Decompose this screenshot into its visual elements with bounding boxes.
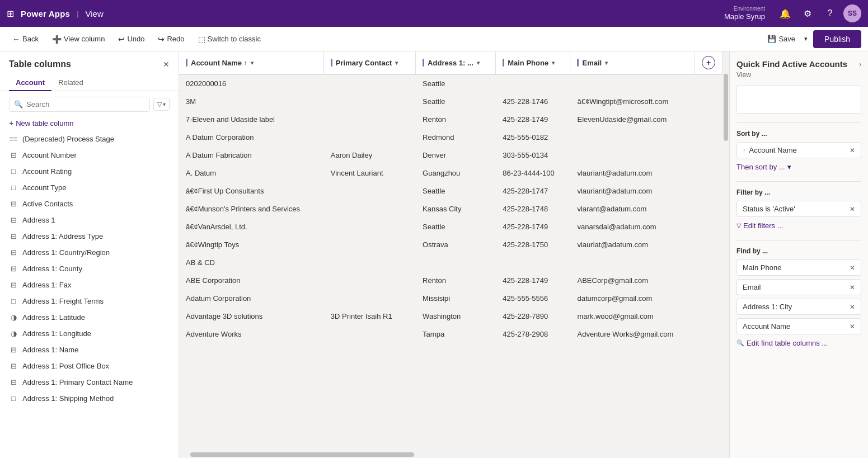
table-row[interactable]: Adventure WorksTampa425-278-2908Adventur… (179, 325, 722, 343)
add-column-button[interactable]: + (702, 56, 715, 69)
table-row[interactable]: â€¢Wingtip ToysOstrava425-228-1750vlauri… (179, 236, 722, 254)
table-row[interactable]: Advantage 3D solutions3D Printer Isaih R… (179, 308, 722, 325)
back-button[interactable]: ← Back (7, 31, 44, 47)
undo-icon: ↩ (118, 35, 125, 44)
new-table-column-button[interactable]: + New table column (0, 115, 179, 131)
table-row[interactable]: Adatum CorporationMissisipi425-555-5556d… (179, 290, 722, 308)
column-list-item[interactable]: □ Address 1: Shipping Method (0, 390, 179, 407)
find-chip-close-button[interactable]: ✕ (850, 284, 855, 291)
column-list-item[interactable]: ◑ Address 1: Latitude (0, 309, 179, 325)
column-item-label: Address 1: Country/Region (22, 248, 110, 257)
switch-to-classic-label: Switch to classic (208, 35, 261, 43)
switch-to-classic-button[interactable]: ⬚ Switch to classic (193, 31, 266, 47)
table-row[interactable]: A Datum CorporationRedmond425-555-0182 (179, 129, 722, 147)
table-row[interactable]: A Datum FabricationAaron DaileyDenver303… (179, 147, 722, 164)
table-row[interactable]: 0202000016Seattle (179, 74, 722, 93)
help-icon[interactable]: ? (821, 4, 839, 22)
table-scroll[interactable]: Account Name ↑ ▾ Primary Contact ▾ Addre… (179, 51, 722, 451)
settings-icon[interactable]: ⚙ (799, 4, 817, 22)
tab-related[interactable]: Related (51, 74, 90, 91)
table-cell: Seattle (416, 182, 496, 200)
undo-button[interactable]: ↩ Undo (112, 31, 150, 47)
find-chip[interactable]: Main Phone ✕ (736, 259, 861, 276)
find-chip-close-button[interactable]: ✕ (850, 323, 855, 330)
column-type-icon: ≡≡ (9, 135, 18, 143)
search-input[interactable] (26, 100, 145, 108)
publish-button[interactable]: Publish (813, 30, 861, 48)
table-row[interactable]: â€¢VanArsdel, Ltd.Seattle425-228-1749van… (179, 218, 722, 236)
preview-box (736, 86, 861, 114)
find-chip[interactable]: Account Name ✕ (736, 318, 861, 334)
column-list-item[interactable]: ⊟ Address 1: Country/Region (0, 244, 179, 261)
filter-chip-close-button[interactable]: ✕ (850, 205, 855, 213)
table-cell (323, 182, 415, 200)
table-row[interactable]: AB & CD (179, 254, 722, 272)
column-list-item[interactable]: ⊟ Address 1: County (0, 261, 179, 277)
column-list-item[interactable]: □ Account Type (0, 180, 179, 196)
table-row[interactable]: 7-Eleven and Udaside labelRenton425-228-… (179, 111, 722, 129)
column-list-item[interactable]: ⊟ Address 1: Primary Contact Name (0, 374, 179, 390)
col-filter-chevron[interactable]: ▾ (395, 60, 398, 66)
find-chip-close-button[interactable]: ✕ (850, 303, 855, 311)
column-list-item[interactable]: □ Address 1: Freight Terms (0, 293, 179, 309)
redo-button[interactable]: ↪ Redo (152, 31, 190, 47)
table-row[interactable]: â€¢Munson's Printers and ServicesKansas … (179, 200, 722, 218)
column-item-label: (Deprecated) Process Stage (22, 135, 114, 143)
column-list-item[interactable]: ⊟ Address 1: Fax (0, 277, 179, 293)
save-dropdown-button[interactable]: ▾ (801, 32, 811, 46)
column-item-label: Address 1 (22, 216, 55, 224)
table-row[interactable]: A. DatumVincent LauriantGuangzhou86-23-4… (179, 164, 722, 182)
column-list-item[interactable]: ⊟ Account Number (0, 147, 179, 163)
column-list-item[interactable]: □ Account Rating (0, 163, 179, 180)
horizontal-scrollbar[interactable] (179, 451, 729, 458)
col-filter-chevron[interactable]: ▾ (552, 60, 555, 66)
column-list-item[interactable]: ⊟ Address 1 (0, 212, 179, 228)
table-row[interactable]: ABE CorporationRenton425-228-1749ABECorp… (179, 272, 722, 290)
left-panel-close-button[interactable]: ✕ (163, 60, 170, 69)
back-label: Back (22, 35, 39, 43)
column-list-item[interactable]: ⊟ Active Contacts (0, 196, 179, 212)
table-row[interactable]: â€¢First Up ConsultantsSeattle425-228-17… (179, 182, 722, 200)
find-chip[interactable]: Address 1: City ✕ (736, 299, 861, 315)
col-filter-chevron[interactable]: ▾ (251, 60, 254, 66)
vertical-scrollbar[interactable] (722, 51, 729, 451)
table-column-header[interactable]: Main Phone ▾ (496, 51, 570, 74)
edit-find-table-columns-button[interactable]: 🔍 Edit find table columns ... (736, 338, 861, 348)
table-column-header[interactable]: Primary Contact ▾ (323, 51, 415, 74)
col-filter-chevron[interactable]: ▾ (477, 60, 480, 66)
table-cell: Kansas City (416, 200, 496, 218)
notification-icon[interactable]: 🔔 (776, 4, 794, 22)
data-table: Account Name ↑ ▾ Primary Contact ▾ Addre… (179, 51, 722, 343)
column-list-item[interactable]: ⊟ Address 1: Name (0, 342, 179, 358)
waffle-icon[interactable]: ⊞ (7, 8, 14, 19)
table-column-header[interactable]: Account Name ↑ ▾ (179, 51, 323, 74)
table-column-header[interactable]: Address 1: ... ▾ (416, 51, 496, 74)
column-item-label: Address 1: Name (22, 346, 78, 354)
table-column-header[interactable]: Email ▾ (570, 51, 695, 74)
right-panel-expand-icon[interactable]: › (859, 60, 861, 68)
filter-button[interactable]: ▽ ▾ (153, 98, 170, 111)
sort-chip-close-button[interactable]: ✕ (850, 147, 855, 154)
column-list-item[interactable]: ◑ Address 1: Longitude (0, 325, 179, 342)
filter-chip[interactable]: Status is 'Active' ✕ (736, 201, 861, 217)
column-list-item[interactable]: ⊟ Address 1: Address Type (0, 228, 179, 244)
table-row[interactable]: 3MSeattle425-228-1746â€¢Wingtipt@microso… (179, 93, 722, 111)
tab-account[interactable]: Account (9, 74, 51, 91)
avatar[interactable]: SS (843, 4, 861, 22)
find-chip[interactable]: Email ✕ (736, 279, 861, 295)
main-content: Account Name ↑ ▾ Primary Contact ▾ Addre… (179, 51, 729, 458)
environment-block[interactable]: Environment Maple Syrup (724, 5, 765, 22)
edit-filters-button[interactable]: ▽ Edit filters ... (736, 220, 861, 231)
search-find-icon: 🔍 (736, 339, 744, 347)
col-header-label: Account Name (191, 59, 242, 67)
col-filter-chevron[interactable]: ▾ (605, 60, 608, 66)
column-list-item[interactable]: ≡≡ (Deprecated) Process Stage (0, 131, 179, 147)
find-chip-close-button[interactable]: ✕ (850, 264, 855, 272)
save-button[interactable]: 💾 Save (762, 31, 801, 46)
column-list-item[interactable]: ⊟ Address 1: Post Office Box (0, 358, 179, 374)
search-box[interactable]: 🔍 (9, 97, 150, 112)
switch-icon: ⬚ (198, 35, 205, 44)
view-column-button[interactable]: ➕ View column (46, 31, 110, 47)
then-sort-button[interactable]: Then sort by ... ▾ (736, 162, 861, 172)
sort-chip[interactable]: ↑ Account Name ✕ (736, 142, 861, 158)
